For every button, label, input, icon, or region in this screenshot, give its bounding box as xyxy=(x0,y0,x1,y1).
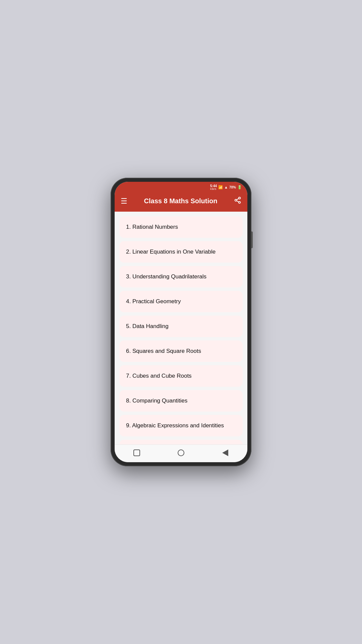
svg-line-3 xyxy=(237,201,239,202)
home-button[interactable] xyxy=(176,448,186,458)
phone-frame: 5:44 KB/S 📶 ▲ 70% 🔋 ☰ Class 8 Maths Solu… xyxy=(111,178,251,466)
chapter-label-5: 5. Data Handling xyxy=(126,323,169,329)
chapter-item-6[interactable]: 6. Squares and Square Roots xyxy=(119,340,243,362)
chapter-label-6: 6. Squares and Square Roots xyxy=(126,348,201,354)
status-icons: 5:44 KB/S 📶 ▲ 70% 🔋 xyxy=(210,184,242,191)
bottom-navigation xyxy=(115,444,247,462)
svg-line-4 xyxy=(237,199,239,200)
battery-indicator: 70% xyxy=(229,185,236,189)
back-icon xyxy=(222,449,228,456)
chapter-item-7[interactable]: 7. Cubes and Cube Roots xyxy=(119,365,243,387)
phone-screen: 5:44 KB/S 📶 ▲ 70% 🔋 ☰ Class 8 Maths Solu… xyxy=(115,182,247,462)
app-title: Class 8 Maths Solution xyxy=(127,197,234,205)
chapter-label-3: 3. Understanding Quadrilaterals xyxy=(126,273,206,280)
chapter-item-5[interactable]: 5. Data Handling xyxy=(119,316,243,337)
recent-apps-button[interactable] xyxy=(132,448,141,458)
status-bar: 5:44 KB/S 📶 ▲ 70% 🔋 xyxy=(115,182,247,192)
share-icon[interactable] xyxy=(234,197,241,206)
home-icon xyxy=(178,449,184,456)
chapter-item-1[interactable]: 1. Rational Numbers xyxy=(119,216,243,238)
wifi-icon: 📶 xyxy=(218,185,223,190)
chapter-item-8[interactable]: 8. Comparing Quantities xyxy=(119,390,243,412)
battery-icon: 🔋 xyxy=(237,185,242,190)
chapter-item-4[interactable]: 4. Practical Geometry xyxy=(119,291,243,312)
chapter-item-10[interactable]: 10. Visualising Solid Shapes xyxy=(119,440,243,444)
chapter-item-9[interactable]: 9. Algebraic Expressions and Identities xyxy=(119,415,243,436)
menu-icon[interactable]: ☰ xyxy=(121,198,127,205)
chapter-label-4: 4. Practical Geometry xyxy=(126,298,181,305)
chapter-label-2: 2. Linear Equations in One Variable xyxy=(126,249,216,255)
back-button[interactable] xyxy=(221,448,230,458)
chapter-label-8: 8. Comparing Quantities xyxy=(126,397,187,404)
chapter-item-3[interactable]: 3. Understanding Quadrilaterals xyxy=(119,266,243,287)
chapter-label-1: 1. Rational Numbers xyxy=(126,224,178,230)
chapter-label-7: 7. Cubes and Cube Roots xyxy=(126,373,192,379)
chapter-label-9: 9. Algebraic Expressions and Identities xyxy=(126,422,224,429)
recent-icon xyxy=(133,449,140,456)
chapter-list: 1. Rational Numbers2. Linear Equations i… xyxy=(115,212,247,444)
chapter-item-2[interactable]: 2. Linear Equations in One Variable xyxy=(119,241,243,263)
time-display: 5:44 KB/S xyxy=(210,184,217,191)
app-bar: ☰ Class 8 Maths Solution xyxy=(115,192,247,212)
signal-icon: ▲ xyxy=(224,185,228,189)
